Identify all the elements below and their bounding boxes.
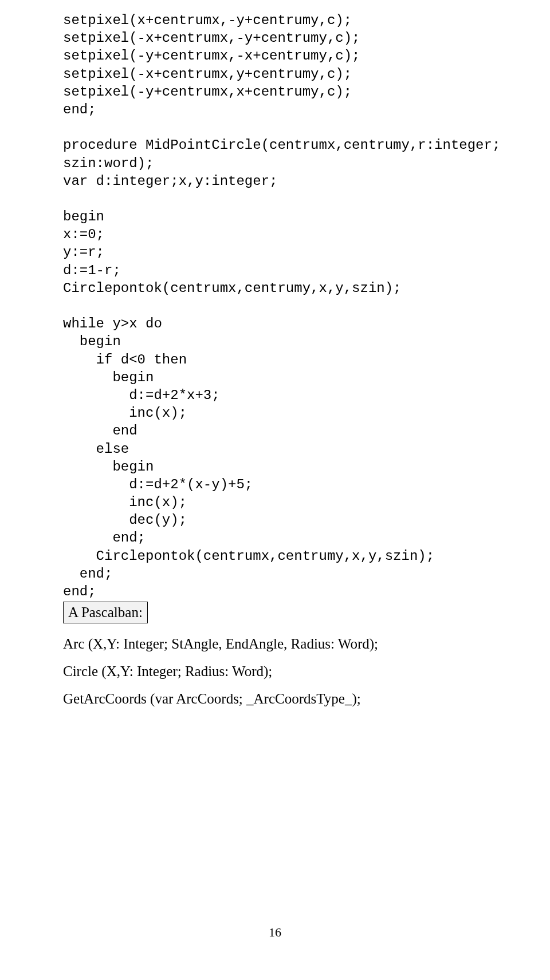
code-line: inc(x);: [63, 405, 187, 421]
code-line: begin: [63, 370, 154, 385]
code-line: setpixel(x+centrumx,-y+centrumy,c);: [63, 13, 352, 28]
reference-line: GetArcCoords (var ArcCoords; _ArcCoordsT…: [63, 687, 493, 710]
code-line: setpixel(-x+centrumx,y+centrumy,c);: [63, 66, 352, 82]
code-line: d:=1-r;: [63, 263, 121, 278]
code-line: d:=d+2*x+3;: [63, 388, 220, 403]
code-line: begin: [63, 209, 104, 224]
code-line: end;: [63, 102, 96, 117]
code-line: setpixel(-y+centrumx,-x+centrumy,c);: [63, 48, 360, 64]
page: setpixel(x+centrumx,-y+centrumy,c); setp…: [0, 0, 550, 980]
code-line: end;: [63, 530, 146, 546]
code-line: while y>x do: [63, 316, 162, 331]
code-line: setpixel(-y+centrumx,x+centrumy,c);: [63, 84, 352, 100]
reference-line: Arc (X,Y: Integer; StAngle, EndAngle, Ra…: [63, 633, 493, 655]
code-line: var d:integer;x,y:integer;: [63, 173, 277, 189]
code-line: if d<0 then: [63, 352, 187, 368]
code-line: end: [63, 423, 138, 438]
code-line: inc(x);: [63, 495, 187, 510]
code-line: end;: [63, 566, 112, 582]
code-line: d:=d+2*(x-y)+5;: [63, 477, 253, 492]
code-block: setpixel(x+centrumx,-y+centrumy,c); setp…: [63, 11, 493, 600]
code-line: else: [63, 441, 129, 457]
section-label: A Pascalban:: [63, 602, 148, 623]
page-number: 16: [0, 925, 550, 940]
code-line: procedure MidPointCircle(centrumx,centru…: [63, 137, 500, 153]
code-line: begin: [63, 334, 121, 349]
code-line: begin: [63, 459, 154, 475]
code-line: end;: [63, 584, 96, 599]
content-block: setpixel(x+centrumx,-y+centrumy,c); setp…: [0, 0, 550, 710]
code-line: Circlepontok(centrumx,centrumy,x,y,szin)…: [63, 280, 402, 296]
code-line: y:=r;: [63, 244, 104, 260]
code-line: Circlepontok(centrumx,centrumy,x,y,szin)…: [63, 548, 434, 564]
reference-line: Circle (X,Y: Integer; Radius: Word);: [63, 660, 493, 683]
code-line: x:=0;: [63, 227, 104, 242]
code-line: szin:word);: [63, 156, 154, 171]
code-line: dec(y);: [63, 512, 187, 528]
code-line: setpixel(-x+centrumx,-y+centrumy,c);: [63, 30, 360, 46]
